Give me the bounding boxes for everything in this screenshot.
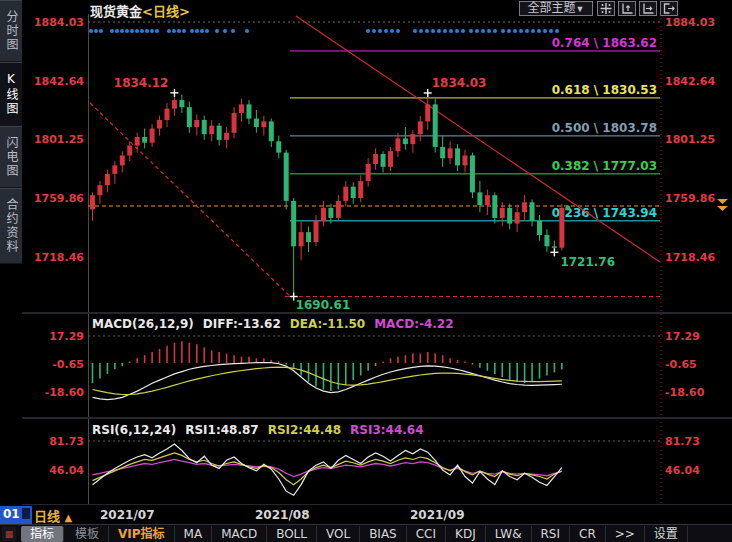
toolbar-tab-MACD[interactable]: MACD	[212, 526, 267, 542]
candle-body	[381, 154, 386, 167]
toolbar-tab-CR[interactable]: CR	[570, 526, 606, 542]
window-number: 01	[3, 507, 20, 521]
macd-header-segment-2: DEA:-11.50	[290, 317, 365, 331]
candle-body	[150, 128, 155, 142]
main-y-tick-left: 1759.86	[34, 192, 84, 205]
candle-body	[336, 201, 341, 218]
toolbar-tab-设置[interactable]: 设置	[645, 526, 688, 542]
toolbar-tab-BIAS[interactable]: BIAS	[360, 526, 407, 542]
macd-header-segment-1: DIFF:-13.62	[203, 317, 281, 331]
macd-header-segment-0: MACD(26,12,9)	[92, 317, 194, 331]
sidebar-item-2[interactable]: 闪电图	[0, 126, 22, 188]
price-annotation: 1690.61	[296, 298, 351, 312]
signal-dot	[543, 29, 547, 33]
candle-body	[366, 164, 371, 181]
signal-dot	[145, 29, 149, 33]
signal-dot	[537, 29, 541, 33]
rsi-y-tick-left: 81.73	[49, 435, 84, 448]
toolbar-tab-VOL[interactable]: VOL	[317, 526, 360, 542]
toolbar-tab-指标[interactable]: 指标	[21, 526, 64, 542]
toolbar-tab-CCI[interactable]: CCI	[407, 526, 446, 542]
toolbar-tab-模板[interactable]: 模板	[66, 526, 109, 542]
candle-body	[306, 232, 311, 242]
macd-diff-line	[93, 363, 562, 400]
candle-body	[202, 120, 207, 134]
main-y-tick-right: 1801.25	[665, 133, 715, 146]
main-y-tick-left: 1842.64	[34, 75, 84, 88]
sidebar-item-1[interactable]: K线图	[0, 62, 22, 126]
signal-dot	[130, 29, 134, 33]
fit-vertical-axis-icon[interactable]	[618, 1, 636, 16]
signal-dot	[110, 29, 114, 33]
main-y-tick-left: 1884.03	[34, 16, 84, 29]
candle-body	[224, 133, 229, 140]
chart-type-sidebar: 分时图K线图闪电图合约资料	[0, 0, 22, 542]
price-seek-marker[interactable]	[717, 199, 728, 211]
pan-tool-icon[interactable]	[597, 1, 615, 16]
candle-body	[239, 104, 244, 113]
signal-dot	[507, 29, 511, 33]
badge-glyph-icon	[22, 508, 30, 519]
main-y-tick-left: 1718.46	[34, 251, 84, 264]
toolbar-tab-RSI[interactable]: RSI	[532, 526, 571, 542]
fit-horizontal-axis-icon[interactable]	[639, 1, 657, 16]
candle-body	[142, 137, 147, 143]
candle-body	[217, 126, 222, 140]
signal-dot	[413, 29, 417, 33]
period-selector[interactable]: 日线 ▲	[34, 506, 72, 525]
toolbar-tab-KDJ[interactable]: KDJ	[446, 526, 486, 542]
signal-dot	[549, 29, 553, 33]
fib-label-0.500: 0.500 \ 1803.78	[552, 121, 657, 135]
candle-body	[373, 154, 378, 164]
candle-body	[477, 192, 482, 205]
rsi1-line	[93, 444, 562, 495]
signal-dot	[366, 29, 370, 33]
signal-dot	[177, 29, 181, 33]
signal-dot	[437, 29, 441, 33]
theme-dropdown[interactable]: 全部主题▼	[519, 1, 593, 16]
sidebar-item-3[interactable]: 合约资料	[0, 188, 22, 264]
signal-dot	[120, 29, 124, 33]
rsi-y-tick-right: 81.73	[665, 435, 700, 448]
signal-dot	[461, 29, 465, 33]
last-close-dot	[565, 205, 570, 210]
signal-dot	[140, 29, 144, 33]
candle-body	[246, 104, 251, 118]
candle-body	[299, 232, 304, 246]
toolbar-tab-MA[interactable]: MA	[175, 526, 213, 542]
candle-body	[157, 120, 162, 129]
fib-label-0.764: 0.764 \ 1863.62	[552, 36, 657, 50]
signal-dot	[425, 29, 429, 33]
candle-body	[440, 147, 445, 158]
signal-dot	[99, 29, 103, 33]
signal-dot	[493, 29, 497, 33]
candle-body	[559, 208, 564, 248]
candle-body	[105, 174, 110, 185]
candle-body	[470, 155, 475, 192]
signal-dot	[475, 29, 479, 33]
price-annotation: 1721.76	[560, 255, 615, 269]
x-axis-tick-2: 2021/09	[410, 508, 464, 522]
toolbar-tab->>[interactable]: >>	[606, 526, 645, 542]
toolbar-grip-icon[interactable]: ▦	[2, 527, 16, 541]
toolbar-tab-LW&[interactable]: LW&	[486, 526, 532, 542]
macd-y-tick-left: 17.29	[49, 330, 84, 343]
trendline-1	[296, 16, 660, 262]
window-number-badge[interactable]: 01	[0, 506, 32, 524]
candle-body	[425, 104, 430, 121]
candle-body	[165, 109, 170, 120]
candle-body	[321, 208, 326, 221]
period-tag: <日线>	[142, 4, 190, 19]
sidebar-item-0[interactable]: 分时图	[0, 0, 22, 62]
signal-dot	[431, 29, 435, 33]
popout-pane-icon[interactable]	[660, 1, 678, 16]
candle-body	[172, 100, 177, 109]
signal-dot	[443, 29, 447, 33]
signal-dot	[215, 29, 219, 33]
candle-body	[448, 148, 453, 158]
fib-label-0.382: 0.382 \ 1777.03	[552, 159, 657, 173]
toolbar-tab-VIP指标[interactable]: VIP指标	[109, 526, 175, 542]
toolbar-tab-BOLL[interactable]: BOLL	[267, 526, 317, 542]
price-chart-canvas[interactable]: 0.764 \ 1863.620.618 \ 1830.530.500 \ 18…	[0, 0, 732, 542]
candle-body	[261, 121, 266, 127]
